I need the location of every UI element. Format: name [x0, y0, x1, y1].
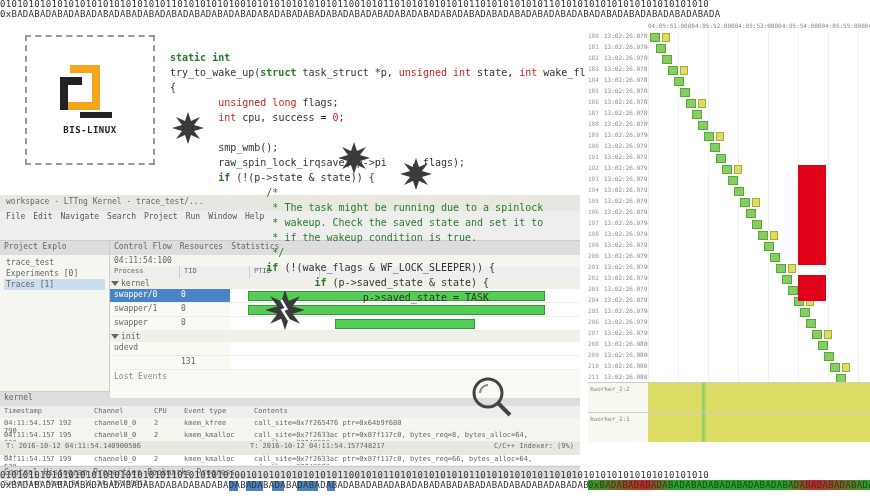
trace-row[interactable]: 19913:02:26.979508: [588, 241, 870, 252]
tree-item[interactable]: trace_test: [4, 257, 105, 268]
svg-marker-2: [400, 158, 432, 190]
menu-item[interactable]: Navigate: [61, 212, 100, 221]
trace-detail-panel[interactable]: 04:05:51:00004:05:52:00004:05:53:00004:0…: [588, 22, 870, 442]
project-explorer[interactable]: Project Explo trace_testExperiments [0]T…: [0, 241, 110, 391]
table-header[interactable]: Channel: [90, 406, 150, 418]
time-tick: 04:05:55:000: [821, 22, 864, 32]
bada-row-top: 0xBADABADABADABADABADABADABADABADABADABA…: [0, 10, 870, 19]
menu-item[interactable]: Search: [107, 212, 136, 221]
trace-row[interactable]: 19313:02:26.979196: [588, 175, 870, 186]
summary-strip: kworker_2:2: [588, 382, 870, 412]
trace-row[interactable]: 20813:02:26.980003: [588, 340, 870, 351]
trace-row[interactable]: 18913:02:26.979047: [588, 131, 870, 142]
menu-item[interactable]: Edit: [33, 212, 52, 221]
table-header[interactable]: Event type: [180, 406, 250, 418]
trace-row[interactable]: 20613:02:26.979876: [588, 318, 870, 329]
tree-item[interactable]: Traces [1]: [4, 279, 105, 290]
gantt-row[interactable]: udevd: [110, 342, 580, 356]
trace-row[interactable]: 19713:02:26.979412: [588, 219, 870, 230]
trace-row[interactable]: 18313:02:26.978701: [588, 65, 870, 76]
trace-row[interactable]: 20213:02:26.979641: [588, 274, 870, 285]
trace-row[interactable]: 18613:02:26.978864: [588, 98, 870, 109]
view-tab[interactable]: Control Flow: [114, 242, 172, 251]
trace-row[interactable]: 19413:02:26.979264: [588, 186, 870, 197]
time-tick: 04:05:52:000: [691, 22, 734, 32]
source-code: static int try_to_wake_up(struct task_st…: [170, 50, 570, 305]
svg-line-5: [498, 403, 510, 415]
trace-row[interactable]: 20713:02:26.979921: [588, 329, 870, 340]
burst-lightning-icon: [265, 290, 305, 330]
logo-text: BIS-LINUX: [60, 125, 120, 135]
project-explorer-header: Project Explo: [0, 241, 109, 255]
table-header[interactable]: CPU: [150, 406, 180, 418]
logo-container: BIS-LINUX: [25, 35, 155, 165]
logo-icon: [60, 65, 120, 120]
menu-item[interactable]: File: [6, 212, 25, 221]
gantt-row[interactable]: swapper/10: [110, 303, 580, 317]
burst-icon: [338, 142, 370, 174]
gantt-row[interactable]: swapper0: [110, 317, 580, 331]
gantt-group[interactable]: init: [110, 331, 580, 342]
trace-row[interactable]: 19013:02:26.979113: [588, 142, 870, 153]
trace-row[interactable]: 21013:02:26.980139: [588, 362, 870, 373]
binary-row-top: 0101010101010101010101010101011010101010…: [0, 0, 870, 9]
trace-row[interactable]: 18513:02:26.978815: [588, 87, 870, 98]
trace-row[interactable]: 19813:02:26.979440: [588, 230, 870, 241]
time-tick: 04:05:56:000: [865, 22, 870, 32]
svg-point-4: [474, 379, 502, 407]
gantt-row[interactable]: 131: [110, 356, 580, 370]
ide-status-bar: T: 2016-10-12 04:11:54.140900586 T: 2016…: [0, 441, 580, 455]
trace-row[interactable]: 18013:02:26.978532: [588, 32, 870, 43]
trace-row[interactable]: 20013:02:26.979565: [588, 252, 870, 263]
binary-row-bottom: 0101010101010101010101010101011010101010…: [0, 471, 870, 480]
trace-row[interactable]: 19613:02:26.979337: [588, 208, 870, 219]
trace-row[interactable]: 18813:02:26.978965: [588, 120, 870, 131]
time-tick: 04:05:51:000: [648, 22, 691, 32]
trace-row[interactable]: 21113:02:26.980201: [588, 373, 870, 382]
svg-marker-0: [172, 112, 204, 144]
table-header[interactable]: Timestamp: [0, 406, 90, 418]
trace-row[interactable]: 20113:02:26.979627: [588, 263, 870, 274]
burst-icon: [172, 112, 204, 144]
trace-row[interactable]: 20313:02:26.979716: [588, 285, 870, 296]
bada-row-bottom-right: 0xBADABADABADABADABADABADABADABADABADABA…: [588, 480, 870, 490]
exclamation-icon: [798, 165, 826, 301]
summary-strip: kworker_2:1: [588, 412, 870, 442]
time-tick: 04:05:53:000: [735, 22, 778, 32]
trace-row[interactable]: 18213:02:26.978634: [588, 54, 870, 65]
trace-row[interactable]: 18413:02:26.978749: [588, 76, 870, 87]
bada-row-bottom-left: 0xBADABADABADABADABADABADABADABADABADABA…: [0, 481, 588, 490]
trace-row[interactable]: 19513:02:26.979313: [588, 197, 870, 208]
trace-row[interactable]: 18713:02:26.978942: [588, 109, 870, 120]
trace-row[interactable]: 19113:02:26.979162: [588, 153, 870, 164]
trace-row[interactable]: 18113:02:26.978611: [588, 43, 870, 54]
time-tick: 04:05:54:000: [778, 22, 821, 32]
tree-item[interactable]: Experiments [0]: [4, 268, 105, 279]
svg-marker-1: [338, 142, 370, 174]
trace-row[interactable]: 19213:02:26.979182: [588, 164, 870, 175]
trace-row[interactable]: 20513:02:26.979818: [588, 307, 870, 318]
burst-icon: [400, 158, 432, 190]
magnifier-icon: [470, 375, 514, 422]
table-row[interactable]: 04:11:54.157 199 628channel0_02kmem_kmal…: [0, 454, 580, 466]
table-header[interactable]: Contents: [250, 406, 580, 418]
trace-row[interactable]: 20413:02:26.979755: [588, 296, 870, 307]
trace-row[interactable]: 20913:02:26.980077: [588, 351, 870, 362]
